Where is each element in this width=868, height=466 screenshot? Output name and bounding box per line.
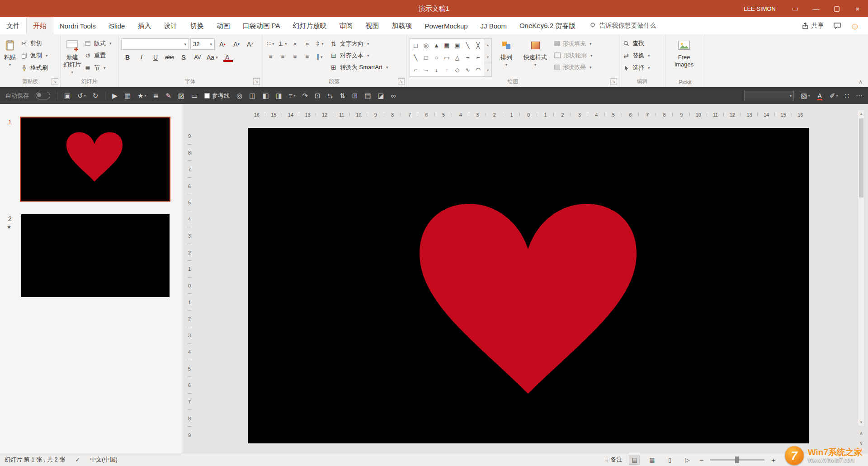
tab-审阅[interactable]: 审阅	[333, 17, 359, 34]
shape-cell-17[interactable]: ↑	[442, 64, 452, 76]
zoom-slider-thumb[interactable]	[735, 457, 739, 463]
character-spacing-button[interactable]: AV	[191, 52, 204, 63]
shape-cell-16[interactable]: ↓	[431, 64, 442, 76]
tab-视图[interactable]: 视图	[359, 17, 386, 34]
change-case-button[interactable]: Aa	[205, 52, 219, 63]
autosave-toggle[interactable]	[36, 92, 50, 99]
shape-cell-8[interactable]: □	[421, 52, 431, 64]
insert-picture-icon[interactable]: ▨	[178, 92, 184, 99]
strikethrough-button[interactable]: abc	[163, 52, 176, 63]
save-icon[interactable]: ▣	[64, 92, 71, 99]
clear-formatting-button[interactable]: A	[244, 39, 257, 50]
scroll-down-icon[interactable]: ▼	[858, 419, 864, 426]
bullets-button[interactable]: ∷	[265, 38, 276, 49]
comments-icon[interactable]	[833, 22, 841, 30]
tab-Nordri Tools[interactable]: Nordri Tools	[53, 17, 102, 34]
section-button[interactable]: ≣ 节	[84, 63, 112, 73]
distribute-horizontal-icon[interactable]: ⇆	[327, 92, 333, 99]
tab-JJ Boom[interactable]: JJ Boom	[474, 17, 513, 34]
highlighter-icon[interactable]: ✐▾	[830, 92, 838, 99]
bring-to-front-icon[interactable]: ◧	[262, 92, 269, 99]
shape-cell-2[interactable]: ▲	[431, 39, 442, 52]
shape-cell-4[interactable]: ▣	[452, 39, 462, 52]
rotate-objects-icon[interactable]: ↷	[302, 92, 308, 99]
tell-me-box[interactable]: 告诉我你想要做什么	[589, 17, 656, 34]
slide-2-thumbnail[interactable]	[21, 214, 170, 297]
view-reading-button[interactable]: ▯	[664, 455, 675, 465]
collapse-ribbon-icon[interactable]: ∧	[859, 79, 863, 85]
tab-加载项[interactable]: 加载项	[386, 17, 419, 34]
slide-canvas[interactable]	[248, 128, 809, 443]
tab-PowerMockup[interactable]: PowerMockup	[419, 17, 474, 34]
shape-gallery-down-icon[interactable]: ▾	[484, 51, 491, 63]
tab-开始[interactable]: 开始	[26, 17, 53, 34]
shape-cell-9[interactable]: ○	[431, 52, 442, 64]
redo-icon[interactable]: ↻	[93, 92, 99, 99]
hyperlink-icon[interactable]: ∞	[391, 92, 396, 99]
shape-effects-button[interactable]: 形状效果	[554, 62, 593, 72]
shape-cell-20[interactable]: ◠	[473, 64, 483, 76]
tab-切换[interactable]: 切换	[184, 17, 210, 34]
decrease-indent-button[interactable]: «	[289, 38, 301, 49]
shape-cell-19[interactable]: ∿	[462, 64, 473, 76]
line-spacing-button[interactable]: ⇕	[314, 38, 325, 49]
spell-check-icon[interactable]: ✓	[75, 457, 80, 463]
decrease-font-size-button[interactable]: A	[230, 39, 243, 50]
shape-cell-1[interactable]: ◎	[421, 39, 431, 52]
bold-button[interactable]: B	[121, 52, 134, 63]
insert-chart-icon[interactable]: ◪	[378, 92, 384, 99]
eyedropper-icon[interactable]: ◎	[236, 92, 242, 99]
send-to-back-icon[interactable]: ◨	[276, 92, 282, 99]
tab-幻灯片放映[interactable]: 幻灯片放映	[287, 17, 333, 34]
increase-font-size-button[interactable]: A	[216, 39, 229, 50]
text-shadow-button[interactable]: S	[177, 52, 190, 63]
heart-shape[interactable]	[415, 199, 641, 398]
shape-fill-button[interactable]: 形状填充	[554, 38, 593, 49]
tab-口袋动画 PA[interactable]: 口袋动画 PA	[236, 17, 286, 34]
font-color-button[interactable]: A	[221, 52, 234, 63]
font-color-icon[interactable]: A	[817, 92, 823, 99]
maximize-button[interactable]: ▢	[826, 0, 847, 17]
format-painter-button[interactable]: 格式刷	[20, 63, 48, 73]
numbering-button[interactable]: 1.	[277, 38, 288, 49]
zoom-out-button[interactable]: −	[699, 456, 703, 464]
new-slide-button[interactable]: 新建 幻灯片	[63, 37, 81, 75]
shape-cell-6[interactable]: ╳	[473, 39, 483, 52]
animation-pane-icon[interactable]: ≣	[153, 92, 159, 99]
arrange-button[interactable]: 排列	[495, 37, 518, 67]
tab-iSlide[interactable]: iSlide	[102, 17, 132, 34]
tab-设计[interactable]: 设计	[157, 17, 184, 34]
guides-checkbox[interactable]: 参考线	[204, 92, 230, 100]
tab-OneKey6.2 贺春版[interactable]: OneKey6.2 贺春版	[513, 17, 582, 34]
group-objects-icon[interactable]: ⊡	[315, 92, 321, 99]
view-normal-button[interactable]: ▤	[629, 455, 640, 465]
insert-table-icon[interactable]: ▤	[364, 92, 371, 99]
quick-styles-button[interactable]: 快速样式	[521, 37, 550, 67]
format-painter-icon[interactable]: ✎	[165, 92, 171, 99]
distribute-vertical-icon[interactable]: ⇅	[340, 92, 345, 99]
cut-button[interactable]: ✂ 剪切	[20, 38, 48, 48]
shape-cell-7[interactable]: ╲	[410, 52, 421, 64]
select-button[interactable]: 选择	[622, 63, 650, 73]
increase-indent-button[interactable]: »	[302, 38, 313, 49]
insert-textbox-icon[interactable]: ▭	[191, 92, 198, 99]
justify-button[interactable]: ≡	[302, 52, 313, 62]
free-images-button[interactable]: Free Images	[668, 37, 700, 69]
columns-button[interactable]: ∥	[314, 52, 325, 62]
shape-cell-18[interactable]: ◇	[452, 64, 462, 76]
shape-gallery-more-icon[interactable]: ▾	[484, 64, 491, 76]
clipboard-dialog-launcher[interactable]: ↘	[52, 78, 58, 85]
font-dialog-launcher[interactable]: ↘	[253, 78, 260, 85]
start-slideshow-icon[interactable]: ▶	[112, 92, 118, 99]
picture-styles-icon[interactable]: ▧▾	[801, 92, 810, 99]
tab-插入[interactable]: 插入	[131, 17, 157, 34]
tab-动画[interactable]: 动画	[210, 17, 236, 34]
paste-button[interactable]: 粘贴	[3, 37, 17, 67]
bullets-icon[interactable]: ∷	[844, 92, 849, 99]
font-name-combo[interactable]	[121, 38, 189, 50]
notes-button[interactable]: ≡ 备注	[605, 456, 623, 464]
reset-button[interactable]: ↺ 重置	[84, 51, 112, 61]
drawing-dialog-launcher[interactable]: ↘	[610, 78, 617, 85]
language-indicator[interactable]: 中文(中国)	[90, 456, 118, 464]
zoom-slider[interactable]	[710, 459, 764, 461]
